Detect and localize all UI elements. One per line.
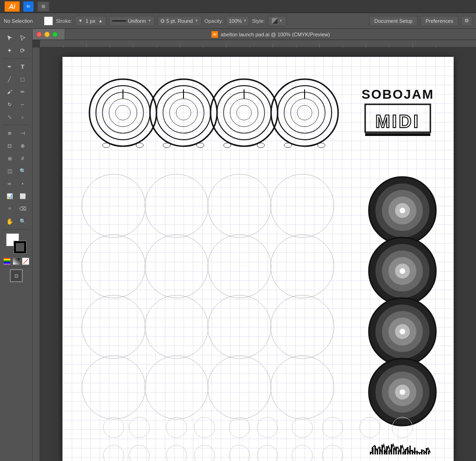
left-toolbox: ✦ ⟳ ✒ T ╱ □ 🖌 ✏ ↻ ↔ ⤡ ⬦ <box>0 29 33 461</box>
stroke-label: Stroke: <box>56 18 72 24</box>
stroke-width-control[interactable]: ▼ 1 px ▲ <box>75 16 106 26</box>
eraser-tool[interactable]: ⌫ <box>17 203 29 215</box>
perspective-tool[interactable]: ⊞ <box>4 152 16 164</box>
svg-point-54 <box>82 174 145 237</box>
ai-file-icon: Ai <box>211 31 218 38</box>
artboard-container[interactable]: SOBOJAM MIDI <box>40 47 476 461</box>
svg-point-26 <box>150 79 217 146</box>
svg-point-111 <box>322 445 343 461</box>
magic-wand-tool[interactable]: ✦ <box>4 44 16 56</box>
lasso-tool[interactable]: ⟳ <box>17 44 29 56</box>
svg-point-63 <box>145 295 208 359</box>
stroke-decrease[interactable]: ▼ <box>77 18 84 23</box>
fill-color-swatch[interactable] <box>44 16 53 26</box>
type-tool[interactable]: T <box>17 61 29 73</box>
svg-rect-116 <box>379 447 381 454</box>
eyedropper-tool[interactable]: 🔍 <box>17 165 29 177</box>
svg-rect-130 <box>412 450 413 454</box>
rect-tool[interactable]: □ <box>17 73 29 85</box>
shape-builder-tool[interactable]: ⊕ <box>17 140 29 152</box>
svg-point-29 <box>170 99 197 127</box>
svg-point-106 <box>166 445 187 461</box>
cap-style-label: 5 pt. Round <box>166 18 193 24</box>
stroke-swatch[interactable] <box>14 241 27 254</box>
svg-point-22 <box>116 105 130 120</box>
close-button[interactable] <box>36 32 42 37</box>
svg-rect-132 <box>416 451 418 454</box>
line-tool[interactable]: ╱ <box>4 73 16 85</box>
opacity-value: 100% <box>228 18 242 24</box>
stroke-style-display[interactable]: Uniform ▼ <box>109 16 155 26</box>
direct-selection-tool[interactable] <box>17 32 29 44</box>
artboard-tool[interactable]: ⬜ <box>17 190 29 202</box>
blend-tool[interactable]: ∞ <box>4 177 16 190</box>
opacity-control[interactable]: 100% ▼ <box>226 16 249 26</box>
svg-point-59 <box>145 235 208 298</box>
style-control[interactable]: ▼ <box>268 16 286 26</box>
svg-point-99 <box>257 417 278 438</box>
stroke-style-arrow: ▼ <box>148 19 151 23</box>
svg-point-64 <box>208 295 271 359</box>
svg-point-107 <box>194 445 215 461</box>
symbol-tool[interactable]: ⋆ <box>17 177 29 190</box>
gradient-tool[interactable]: ◫ <box>4 165 16 177</box>
none-mode-btn[interactable] <box>22 258 29 265</box>
svg-rect-134 <box>421 449 422 454</box>
pencil-tool[interactable]: ✏ <box>17 86 29 98</box>
canvas-area: Ai abelton launch pad.ai @ 100% (CMYK/Pr… <box>33 29 476 461</box>
svg-point-100 <box>292 417 313 438</box>
svg-rect-133 <box>419 453 420 454</box>
svg-rect-120 <box>388 450 390 454</box>
scale-tool[interactable]: ⤡ <box>4 111 16 123</box>
mesh-tool[interactable]: # <box>17 152 29 164</box>
svg-point-60 <box>208 235 271 298</box>
svg-point-40 <box>224 143 231 148</box>
svg-point-34 <box>211 79 278 146</box>
svg-rect-123 <box>395 447 397 454</box>
free-transform-tool[interactable]: ⊡ <box>4 140 16 152</box>
toolbar-settings-button[interactable]: ⚙ <box>461 16 472 26</box>
svg-rect-113 <box>372 448 374 454</box>
ruler-left <box>33 47 40 461</box>
minimize-button[interactable] <box>44 32 50 37</box>
bar-graph-tool[interactable]: 📊 <box>4 190 16 202</box>
paintbrush-tool[interactable]: 🖌 <box>4 86 16 98</box>
width-tool[interactable]: ⊣ <box>17 127 29 139</box>
pen-tool[interactable]: ✒ <box>4 61 16 73</box>
warp-tool[interactable]: ≋ <box>4 127 16 139</box>
slice-tool[interactable]: ⌗ <box>4 203 16 215</box>
stroke-increase[interactable]: ▲ <box>97 18 104 23</box>
svg-rect-119 <box>386 446 388 454</box>
draw-mode-btn[interactable]: ⊡ <box>10 269 23 282</box>
app-logo: Ai <box>5 1 20 12</box>
cap-style-control[interactable]: 5 pt. Round ▼ <box>157 16 202 26</box>
svg-point-87 <box>400 329 405 334</box>
hand-tool[interactable]: ✋ <box>4 215 16 227</box>
zoom-tool[interactable]: 🔍 <box>17 215 29 227</box>
artboard: SOBOJAM MIDI <box>62 57 454 461</box>
preferences-button[interactable]: Preferences <box>421 16 458 26</box>
document-setup-button[interactable]: Document Setup <box>369 16 418 26</box>
svg-point-105 <box>129 445 150 461</box>
stroke-value: 1 px <box>85 18 96 24</box>
reflect-tool[interactable]: ↔ <box>17 98 29 110</box>
shear-tool[interactable]: ⬦ <box>17 111 29 123</box>
svg-point-41 <box>257 143 265 148</box>
selection-tool[interactable] <box>4 32 16 44</box>
gradient-mode-btn[interactable] <box>13 258 20 265</box>
svg-point-67 <box>145 356 208 419</box>
svg-rect-131 <box>414 447 415 454</box>
svg-point-110 <box>292 445 313 461</box>
rotate-tool[interactable]: ↻ <box>4 98 16 110</box>
svg-rect-129 <box>409 446 411 454</box>
svg-rect-128 <box>407 447 408 454</box>
svg-point-25 <box>136 143 143 148</box>
svg-text:SOBOJAM: SOBOJAM <box>361 87 434 102</box>
color-mode-btn[interactable] <box>3 258 11 265</box>
svg-rect-126 <box>402 452 404 454</box>
svg-rect-114 <box>374 446 376 454</box>
main-toolbar: No Selection Stroke: ▼ 1 px ▲ Uniform ▼ … <box>0 13 476 29</box>
maximize-button[interactable] <box>52 32 58 37</box>
document-tab-bar: Ai abelton launch pad.ai @ 100% (CMYK/Pr… <box>33 29 476 40</box>
color-controls <box>3 233 29 265</box>
